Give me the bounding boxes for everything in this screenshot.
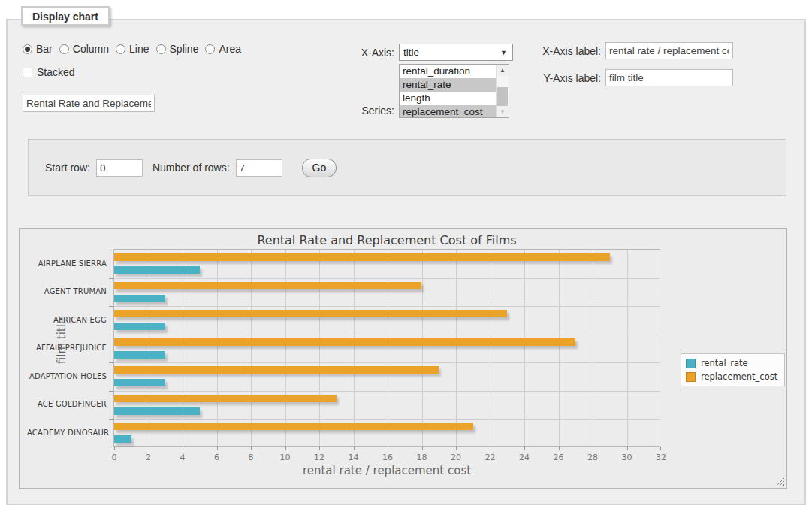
go-button[interactable]: Go xyxy=(302,159,337,177)
bar-replacement_cost xyxy=(114,253,610,261)
bar-rental_rate xyxy=(114,351,165,359)
legend-swatch-replacement_cost xyxy=(686,372,696,382)
stacked-checkbox[interactable] xyxy=(23,68,32,77)
chart-legend: rental_ratereplacement_cost xyxy=(681,353,785,386)
series-list-scrollbar[interactable]: ▲ ▼ xyxy=(496,65,509,117)
y-tickmark-0 xyxy=(109,250,113,250)
chart-type-option-line[interactable]: Line xyxy=(116,43,149,55)
x-tickmark-20 xyxy=(456,447,457,450)
series-option-length[interactable]: length xyxy=(400,92,496,105)
scroll-down-icon[interactable]: ▼ xyxy=(497,106,509,117)
start-row-input[interactable] xyxy=(96,159,143,177)
x-axis-select[interactable]: title ▼ xyxy=(399,44,513,61)
chart-type-option-area[interactable]: Area xyxy=(205,43,241,55)
x-tickmark-10 xyxy=(285,447,286,450)
x-tick-label-18: 18 xyxy=(409,453,436,462)
x-tickmark-8 xyxy=(251,447,252,450)
series-listbox[interactable]: rental_durationrental_ratelengthreplacem… xyxy=(399,64,509,118)
x-tick-label-4: 4 xyxy=(169,453,196,462)
y-axis-label-input[interactable] xyxy=(605,69,733,86)
legend-item-rental_rate: rental_rate xyxy=(686,358,777,368)
x-axis-label-input[interactable] xyxy=(605,42,733,59)
chart-title-input[interactable] xyxy=(23,95,155,112)
bar-replacement_cost xyxy=(114,338,575,346)
x-axis-label-label: X-Axis label: xyxy=(526,45,601,57)
chart-type-radio-column[interactable] xyxy=(59,44,69,54)
chart-type-radio-spline[interactable] xyxy=(156,44,166,54)
series-option-rental_rate[interactable]: rental_rate xyxy=(400,78,496,92)
y-tickmark-6 xyxy=(109,419,113,420)
gridline-y-2 xyxy=(114,306,660,307)
x-tickmark-14 xyxy=(354,447,355,450)
legend-label-rental_rate: rental_rate xyxy=(701,358,748,368)
x-axis-select-label: X-Axis: xyxy=(334,47,394,59)
chart-type-label-spline: Spline xyxy=(170,43,199,55)
x-tick-label-2: 2 xyxy=(135,453,162,462)
series-options: rental_durationrental_ratelengthreplacem… xyxy=(400,65,496,117)
x-tickmark-12 xyxy=(319,447,320,450)
y-tickmark-7 xyxy=(109,447,113,447)
bar-replacement_cost xyxy=(114,395,337,402)
category-label: ACADEMY DINOSAUR xyxy=(27,429,107,437)
chart-type-radio-bar[interactable] xyxy=(23,44,32,54)
bar-rental_rate xyxy=(114,323,165,330)
page: Display chart BarColumnLineSplineArea St… xyxy=(0,0,812,512)
start-row-label: Start row: xyxy=(45,162,90,174)
legend-swatch-rental_rate xyxy=(686,359,696,368)
gridline-x-14 xyxy=(354,250,355,446)
y-tickmark-5 xyxy=(109,391,113,392)
bar-replacement_cost xyxy=(114,423,473,430)
x-tick-label-28: 28 xyxy=(579,453,606,462)
rows-controls: Start row: Number of rows: Go xyxy=(45,140,337,195)
legend-label-replacement_cost: replacement_cost xyxy=(701,371,777,382)
bar-rental_rate xyxy=(114,435,131,443)
gridline-x-10 xyxy=(285,250,286,446)
chart-y-axis-label: film title xyxy=(55,295,68,386)
gridline-x-8 xyxy=(251,250,252,446)
chart-title: Rental Rate and Replacement Cost of Film… xyxy=(113,233,660,247)
chart-type-option-column[interactable]: Column xyxy=(59,43,109,55)
gridline-y-6 xyxy=(114,419,660,420)
bar-replacement_cost xyxy=(114,310,507,317)
gridline-x-30 xyxy=(627,250,628,446)
x-axis-selected-value: title xyxy=(403,47,419,58)
y-tickmark-3 xyxy=(109,335,113,335)
gridline-y-5 xyxy=(114,391,660,392)
x-tick-label-20: 20 xyxy=(442,453,469,462)
chart-type-radio-group: BarColumnLineSplineArea xyxy=(23,43,241,55)
gridline-x-16 xyxy=(388,250,388,446)
resize-handle-icon[interactable] xyxy=(776,477,784,486)
chart-type-option-bar[interactable]: Bar xyxy=(23,43,53,55)
num-rows-input[interactable] xyxy=(236,159,282,177)
scroll-up-icon[interactable]: ▲ xyxy=(497,65,509,76)
chart-type-option-spline[interactable]: Spline xyxy=(156,43,199,55)
gridline-x-6 xyxy=(217,250,218,446)
x-tickmark-22 xyxy=(491,447,491,450)
x-tick-label-30: 30 xyxy=(614,453,641,462)
x-tickmark-24 xyxy=(524,447,525,450)
gridline-y-3 xyxy=(114,335,660,335)
x-tickmark-28 xyxy=(593,447,593,450)
chart-type-radio-area[interactable] xyxy=(205,44,215,54)
stacked-label: Stacked xyxy=(37,66,75,78)
x-tickmark-6 xyxy=(217,447,218,450)
stacked-option[interactable]: Stacked xyxy=(23,66,75,78)
x-tick-label-26: 26 xyxy=(545,453,572,462)
x-tick-label-6: 6 xyxy=(204,453,231,462)
x-tick-label-10: 10 xyxy=(272,453,299,462)
gridline-x-12 xyxy=(319,250,320,446)
scrollbar-thumb[interactable] xyxy=(497,87,508,107)
series-option-replacement_cost[interactable]: replacement_cost xyxy=(400,105,496,117)
y-tickmark-4 xyxy=(109,362,113,363)
y-axis-label-label: Y-Axis label: xyxy=(526,72,601,84)
chart-type-radio-line[interactable] xyxy=(116,44,125,54)
legend-item-replacement_cost: replacement_cost xyxy=(686,371,777,382)
bar-rental_rate xyxy=(114,266,200,274)
gridline-x-4 xyxy=(183,250,183,446)
bar-rental_rate xyxy=(114,407,200,415)
gridline-x-26 xyxy=(559,250,560,446)
bar-replacement_cost xyxy=(114,282,421,289)
series-option-rental_duration[interactable]: rental_duration xyxy=(400,65,496,78)
x-tick-label-22: 22 xyxy=(477,453,504,462)
y-tickmark-1 xyxy=(109,278,113,279)
